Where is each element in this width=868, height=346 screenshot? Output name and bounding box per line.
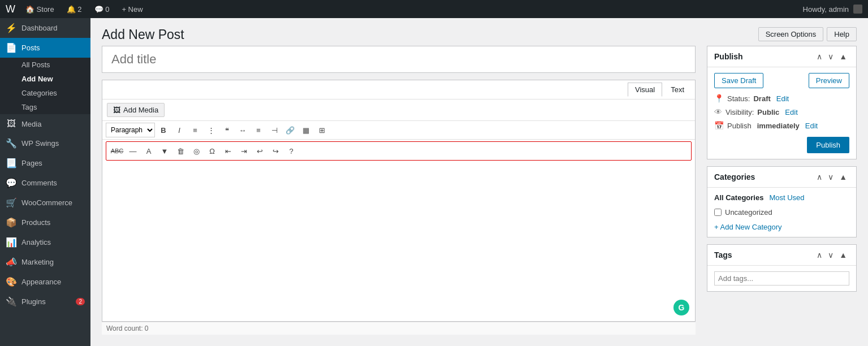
category-checkbox-uncategorized[interactable] bbox=[714, 209, 722, 216]
appearance-icon: 🎨 bbox=[6, 276, 17, 287]
main-content: Add New Post Screen Options Help Visual … bbox=[90, 18, 868, 346]
strikethrough-button[interactable]: ABC bbox=[110, 144, 124, 158]
toolbar-row-1: Paragraph Heading 1 Heading 2 B I ≡ ⋮ ❝ … bbox=[102, 121, 695, 140]
sidebar-item-marketing[interactable]: 📣 Marketing bbox=[0, 252, 90, 272]
tab-visual[interactable]: Visual bbox=[628, 83, 662, 97]
add-media-button[interactable]: 🖼 Add Media bbox=[107, 103, 165, 117]
add-media-icon: 🖼 bbox=[113, 106, 120, 114]
visibility-icon: 👁 bbox=[714, 107, 722, 116]
adminbar-user: Howdy, admin bbox=[803, 5, 862, 14]
add-media-bar: 🖼 Add Media bbox=[102, 100, 695, 121]
status-edit-link[interactable]: Edit bbox=[776, 94, 789, 103]
word-count-label: Word count: bbox=[106, 325, 142, 332]
sidebar-item-analytics[interactable]: 📊 Analytics bbox=[0, 232, 90, 252]
publish-collapse-up[interactable]: ∧ bbox=[814, 51, 824, 62]
help-editor-button[interactable]: ? bbox=[284, 144, 299, 158]
sidebar-item-plugins[interactable]: 🔌 Plugins 2 bbox=[0, 292, 90, 312]
adminbar-updates[interactable]: 🔔 2 bbox=[62, 0, 87, 18]
publish-time-label: Publish bbox=[727, 122, 752, 130]
tags-panel-controls: ∧ ∨ ▲ bbox=[814, 249, 849, 261]
sidebar-item-wpswings[interactable]: 🔧 WP Swings bbox=[0, 133, 90, 153]
tab-text[interactable]: Text bbox=[663, 83, 692, 97]
comments-icon: 💬 bbox=[6, 178, 17, 188]
tags-collapse-down[interactable]: ∨ bbox=[826, 249, 836, 261]
grammarly-button[interactable]: G bbox=[673, 300, 689, 315]
align-center-button[interactable]: ≡ bbox=[251, 123, 266, 137]
sidebar-label-analytics: Analytics bbox=[21, 238, 51, 246]
link-button[interactable]: 🔗 bbox=[283, 123, 297, 137]
sidebar-item-appearance[interactable]: 🎨 Appearance bbox=[0, 272, 90, 292]
publish-collapse-down[interactable]: ∨ bbox=[826, 51, 836, 62]
publish-time-edit-link[interactable]: Edit bbox=[805, 122, 818, 130]
wp-logo[interactable]: W bbox=[6, 3, 15, 15]
products-icon: 📦 bbox=[6, 217, 17, 228]
categories-collapse-up[interactable]: ∧ bbox=[814, 171, 824, 183]
all-categories-tab[interactable]: All Categories bbox=[714, 193, 763, 202]
italic-button[interactable]: I bbox=[172, 123, 187, 137]
ul-button[interactable]: ≡ bbox=[188, 123, 202, 137]
submenu-add-new[interactable]: Add New bbox=[0, 72, 90, 86]
tags-close[interactable]: ▲ bbox=[837, 249, 849, 261]
submenu-categories[interactable]: Categories bbox=[0, 86, 90, 100]
tags-collapse-up[interactable]: ∧ bbox=[814, 249, 824, 261]
paste-text-button[interactable]: 🗑 bbox=[173, 144, 188, 158]
submenu-all-posts[interactable]: All Posts bbox=[0, 58, 90, 72]
dashboard-icon: ⚡ bbox=[6, 23, 17, 33]
posts-icon: 📄 bbox=[6, 42, 17, 53]
categories-collapse-down[interactable]: ∨ bbox=[826, 171, 836, 183]
ol-button[interactable]: ⋮ bbox=[204, 123, 218, 137]
category-label-uncategorized: Uncategorized bbox=[725, 208, 772, 217]
tags-input[interactable] bbox=[714, 271, 849, 286]
editor-body[interactable]: G bbox=[102, 162, 695, 321]
visibility-edit-link[interactable]: Edit bbox=[785, 108, 797, 116]
text-color-button[interactable]: A bbox=[141, 144, 156, 158]
align-left-button[interactable]: ↔ bbox=[235, 123, 250, 137]
adminbar-comments[interactable]: 💬 0 bbox=[90, 0, 114, 18]
sidebar-item-products[interactable]: 📦 Products bbox=[0, 213, 90, 232]
blockquote-button[interactable]: ❝ bbox=[219, 123, 234, 137]
save-draft-button[interactable]: Save Draft bbox=[714, 73, 763, 88]
screen-options-button[interactable]: Screen Options bbox=[758, 27, 824, 41]
sidebar-item-comments[interactable]: 💬 Comments bbox=[0, 173, 90, 193]
categories-close[interactable]: ▲ bbox=[837, 171, 849, 183]
status-value: Draft bbox=[753, 94, 770, 103]
sidebar-label-woocommerce: WooCommerce bbox=[21, 198, 72, 207]
preview-button[interactable]: Preview bbox=[809, 73, 849, 88]
publish-time-value: immediately bbox=[757, 122, 800, 130]
sidebar-item-posts[interactable]: 📄 Posts bbox=[0, 38, 90, 58]
toolbar-row-2: ABC — A ▼ 🗑 ◎ Ω ⇤ ⇥ ↩ ↪ ? bbox=[106, 141, 692, 161]
sidebar-label-pages: Pages bbox=[21, 159, 42, 167]
horizontal-rule-button[interactable]: — bbox=[126, 144, 140, 158]
publish-button[interactable]: Publish bbox=[807, 137, 849, 153]
most-used-tab[interactable]: Most Used bbox=[769, 193, 804, 202]
more-button[interactable]: ▦ bbox=[299, 123, 313, 137]
add-new-category-link[interactable]: + Add New Category bbox=[714, 223, 782, 231]
text-color-dropdown[interactable]: ▼ bbox=[157, 144, 172, 158]
help-button[interactable]: Help bbox=[827, 27, 857, 41]
special-char-button[interactable]: Ω bbox=[205, 144, 219, 158]
bold-button[interactable]: B bbox=[156, 123, 171, 137]
sidebar-item-media[interactable]: 🖼 Media bbox=[0, 114, 90, 133]
toolbar-toggle-button[interactable]: ⊞ bbox=[314, 123, 329, 137]
adminbar-store[interactable]: 🏠 Store bbox=[21, 0, 59, 18]
adminbar-new[interactable]: + New bbox=[117, 0, 147, 18]
sidebar-item-dashboard[interactable]: ⚡ Dashboard bbox=[0, 18, 90, 38]
indent-button[interactable]: ⇥ bbox=[236, 144, 251, 158]
editor-sidebar: Publish ∧ ∨ ▲ Save Draft Preview bbox=[707, 46, 857, 335]
clear-format-button[interactable]: ◎ bbox=[189, 144, 204, 158]
paragraph-select[interactable]: Paragraph Heading 1 Heading 2 bbox=[106, 123, 155, 137]
post-title-input[interactable] bbox=[102, 46, 696, 73]
word-count-value: 0 bbox=[145, 325, 149, 332]
align-right-button[interactable]: ⊣ bbox=[267, 123, 282, 137]
publish-close[interactable]: ▲ bbox=[837, 51, 849, 62]
redo-button[interactable]: ↪ bbox=[268, 144, 283, 158]
sidebar-label-marketing: Marketing bbox=[21, 258, 54, 266]
add-media-label: Add Media bbox=[123, 106, 158, 114]
outdent-button[interactable]: ⇤ bbox=[221, 144, 235, 158]
undo-button[interactable]: ↩ bbox=[252, 144, 267, 158]
sidebar-item-pages[interactable]: 📃 Pages bbox=[0, 153, 90, 173]
publish-meta: 📍 Status: Draft Edit 👁 Visibility: Publi… bbox=[714, 94, 849, 130]
sidebar-item-woocommerce[interactable]: 🛒 WooCommerce bbox=[0, 193, 90, 213]
pages-icon: 📃 bbox=[6, 158, 17, 168]
submenu-tags[interactable]: Tags bbox=[0, 100, 90, 114]
